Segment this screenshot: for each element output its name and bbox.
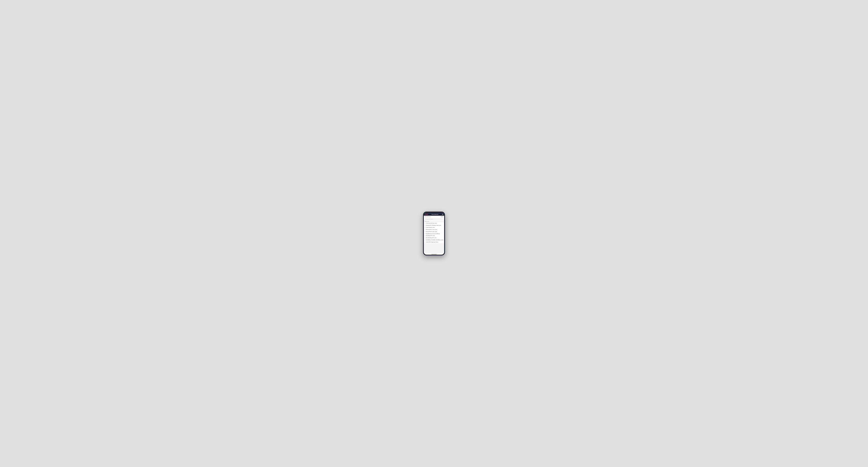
list-item[interactable]: London Scottish GC, London xyxy=(424,226,444,229)
pin-icon xyxy=(425,242,426,243)
pin-icon xyxy=(425,229,426,230)
nearby-section: Nearby courses Central London Golf Centr… xyxy=(424,221,444,243)
pin-icon xyxy=(425,240,426,241)
course-name: Coombe Hill GC, Kingston upon Thames xyxy=(426,242,438,243)
list-item[interactable]: North Middlesex GC (1011942 - North Midd… xyxy=(424,239,444,241)
menu-icon[interactable] xyxy=(442,214,443,215)
main-content: Find a Golf Course Cancel Search Golf Co… xyxy=(424,216,444,254)
app-header-title: Recent Searches xyxy=(432,214,438,215)
search-input[interactable]: Search Golf Course xyxy=(427,219,433,219)
pin-icon xyxy=(425,223,426,224)
course-name: Central London Golf Centre, London xyxy=(426,223,437,224)
list-item[interactable]: Dukes Meadows GC, London xyxy=(424,235,444,237)
course-name: London Scottish GC, London xyxy=(426,227,435,228)
course-name: Brent Valley Municipal GC, London xyxy=(426,238,436,239)
course-name: Richmond Park GC - Duke's, London xyxy=(426,231,437,232)
course-name: Richmond Park GC - Prince's, Surrey xyxy=(426,229,437,230)
app-header: clippd Recent Searches xyxy=(424,213,444,216)
course-name: Roehampton Club - Roehampton, Greater Lo… xyxy=(426,225,441,226)
list-item[interactable]: Royal Wimbledon GC, Great London Authori… xyxy=(424,233,444,235)
home-bar xyxy=(431,254,437,254)
phone-screen: clippd Recent Searches Find a Golf Cours… xyxy=(424,212,444,255)
pin-icon xyxy=(425,225,426,226)
list-item[interactable]: Brent Valley Municipal GC, London xyxy=(424,237,444,239)
cancel-button[interactable]: Cancel xyxy=(441,216,443,217)
nearby-header: Nearby courses xyxy=(424,221,444,222)
course-name: North Middlesex GC (1011942 - North Midd… xyxy=(426,240,443,241)
home-indicator xyxy=(424,254,444,255)
list-item[interactable]: Roehampton Club - Roehampton, Greater Lo… xyxy=(424,224,444,226)
search-icon xyxy=(425,219,426,219)
course-name: Royal Wimbledon GC, Great London Authori… xyxy=(426,234,440,234)
pin-icon xyxy=(425,231,426,232)
pin-icon xyxy=(425,234,426,234)
find-label: Find a Golf Course xyxy=(425,216,431,217)
pin-icon xyxy=(425,236,426,237)
phone-device: clippd Recent Searches Find a Golf Cours… xyxy=(423,212,445,255)
course-list: Central London Golf Centre, London Roeha… xyxy=(424,222,444,243)
course-name: Dukes Meadows GC, London xyxy=(426,236,435,237)
app-logo: clippd xyxy=(425,214,428,215)
list-item[interactable]: Coombe Hill GC, Kingston upon Thames xyxy=(424,241,444,243)
list-item[interactable]: Richmond Park GC - Duke's, London xyxy=(424,230,444,233)
pin-icon xyxy=(425,227,426,228)
find-bar: Find a Golf Course Cancel xyxy=(424,216,444,218)
list-item[interactable]: Central London Golf Centre, London xyxy=(424,222,444,224)
search-input-wrap[interactable]: Search Golf Course xyxy=(425,218,443,220)
pin-icon xyxy=(425,238,426,239)
search-container: Search Golf Course xyxy=(424,218,444,221)
list-item[interactable]: Richmond Park GC - Prince's, Surrey xyxy=(424,228,444,230)
